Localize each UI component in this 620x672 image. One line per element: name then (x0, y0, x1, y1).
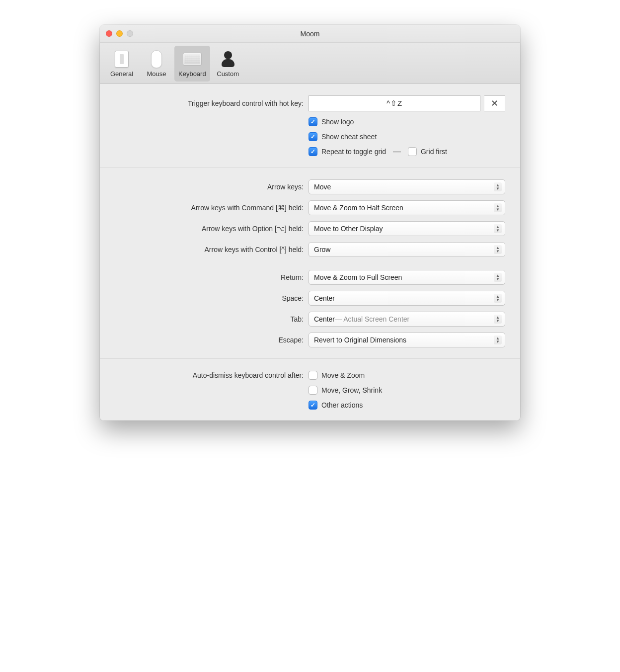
section-keys: Arrow keys: Move ▲▼ Arrow keys with Comm… (100, 168, 520, 359)
grid-first-checkbox[interactable]: Grid first (408, 147, 447, 156)
show-cheat-sheet-checkbox[interactable]: Show cheat sheet (309, 132, 377, 141)
keyboard-icon (183, 53, 202, 66)
updown-icon: ▲▼ (494, 295, 501, 302)
hotkey-label: Trigger keyboard control with hot key: (115, 99, 309, 107)
checkbox-icon (309, 386, 317, 395)
updown-icon: ▲▼ (494, 246, 501, 253)
return-label: Return: (115, 273, 309, 281)
arrow-cmd-value: Move & Zoom to Half Screen (314, 204, 403, 212)
dismiss-move-zoom-label: Move & Zoom (321, 371, 365, 379)
escape-value: Revert to Original Dimensions (314, 336, 406, 344)
space-value: Center (314, 294, 335, 302)
escape-label: Escape: (115, 336, 309, 344)
section-hotkey: Trigger keyboard control with hot key: ^… (100, 84, 520, 168)
updown-icon: ▲▼ (494, 274, 501, 281)
arrow-ctrl-label: Arrow keys with Control [^] held: (115, 246, 309, 253)
tab-keyboard[interactable]: Keyboard (174, 46, 210, 82)
close-icon: ✕ (491, 98, 498, 109)
tab-general-label: General (110, 70, 133, 78)
dismiss-move-grow-shrink-checkbox[interactable]: Move, Grow, Shrink (309, 386, 382, 395)
return-value: Move & Zoom to Full Screen (314, 273, 402, 281)
checkbox-icon (309, 132, 317, 141)
escape-popup[interactable]: Revert to Original Dimensions ▲▼ (309, 333, 505, 347)
repeat-toggle-grid-checkbox[interactable]: Repeat to toggle grid (309, 147, 386, 156)
checkbox-icon (408, 147, 417, 156)
checkbox-icon (309, 147, 317, 156)
checkbox-icon (309, 371, 317, 380)
window-title: Moom (100, 30, 520, 38)
tab-popup[interactable]: Center — Actual Screen Center ▲▼ (309, 312, 505, 327)
tab-custom-label: Custom (217, 70, 239, 78)
arrow-opt-value: Move to Other Display (314, 225, 383, 233)
tab-mouse-label: Mouse (147, 70, 166, 78)
tab-general[interactable]: General (105, 46, 139, 82)
preferences-toolbar: General Mouse Keyboard Custom (100, 43, 520, 84)
dismiss-move-grow-shrink-label: Move, Grow, Shrink (321, 386, 382, 394)
repeat-toggle-grid-label: Repeat to toggle grid (321, 148, 386, 156)
grid-first-label: Grid first (421, 148, 447, 156)
mouse-icon (151, 50, 162, 68)
general-icon (115, 51, 129, 68)
space-popup[interactable]: Center ▲▼ (309, 291, 505, 306)
hotkey-clear[interactable]: ✕ (484, 95, 505, 111)
updown-icon: ▲▼ (494, 183, 501, 190)
checkbox-icon (309, 401, 317, 410)
hotkey-field[interactable]: ^⇧Z (309, 95, 480, 111)
space-label: Space: (115, 294, 309, 302)
tab-value: Center (314, 315, 335, 323)
arrow-cmd-popup[interactable]: Move & Zoom to Half Screen ▲▼ (309, 200, 505, 215)
tab-keyboard-label: Keyboard (178, 70, 206, 78)
titlebar: Moom (100, 25, 520, 43)
show-logo-label: Show logo (321, 118, 354, 126)
keyboard-pane: Trigger keyboard control with hot key: ^… (100, 84, 520, 420)
preferences-window: Moom General Mouse Keyboard Custom Trigg… (100, 25, 520, 420)
updown-icon: ▲▼ (494, 336, 501, 343)
arrow-ctrl-popup[interactable]: Grow ▲▼ (309, 242, 505, 257)
show-cheat-sheet-label: Show cheat sheet (321, 133, 377, 141)
arrow-ctrl-value: Grow (314, 246, 330, 253)
arrow-plain-popup[interactable]: Move ▲▼ (309, 179, 505, 194)
dismiss-other-actions-checkbox[interactable]: Other actions (309, 401, 363, 410)
arrow-plain-value: Move (314, 183, 331, 191)
tab-mouse[interactable]: Mouse (140, 46, 173, 82)
tab-key-label: Tab: (115, 315, 309, 323)
dismiss-move-zoom-checkbox[interactable]: Move & Zoom (309, 371, 365, 380)
updown-icon: ▲▼ (494, 204, 501, 211)
arrow-cmd-label: Arrow keys with Command [⌘] held: (115, 204, 309, 212)
dash-separator: — (390, 147, 404, 156)
tab-value-tail: — Actual Screen Center (335, 315, 409, 323)
arrow-plain-label: Arrow keys: (115, 183, 309, 191)
dismiss-label: Auto-dismiss keyboard control after: (115, 371, 309, 379)
tab-custom[interactable]: Custom (211, 46, 245, 82)
dismiss-other-actions-label: Other actions (321, 401, 363, 409)
arrow-opt-label: Arrow keys with Option [⌥] held: (115, 225, 309, 233)
updown-icon: ▲▼ (494, 316, 501, 323)
section-auto-dismiss: Auto-dismiss keyboard control after: Mov… (100, 359, 520, 420)
show-logo-checkbox[interactable]: Show logo (309, 117, 354, 126)
return-popup[interactable]: Move & Zoom to Full Screen ▲▼ (309, 270, 505, 285)
updown-icon: ▲▼ (494, 225, 501, 232)
person-silhouette-icon (221, 50, 235, 68)
checkbox-icon (309, 117, 317, 126)
arrow-opt-popup[interactable]: Move to Other Display ▲▼ (309, 221, 505, 236)
